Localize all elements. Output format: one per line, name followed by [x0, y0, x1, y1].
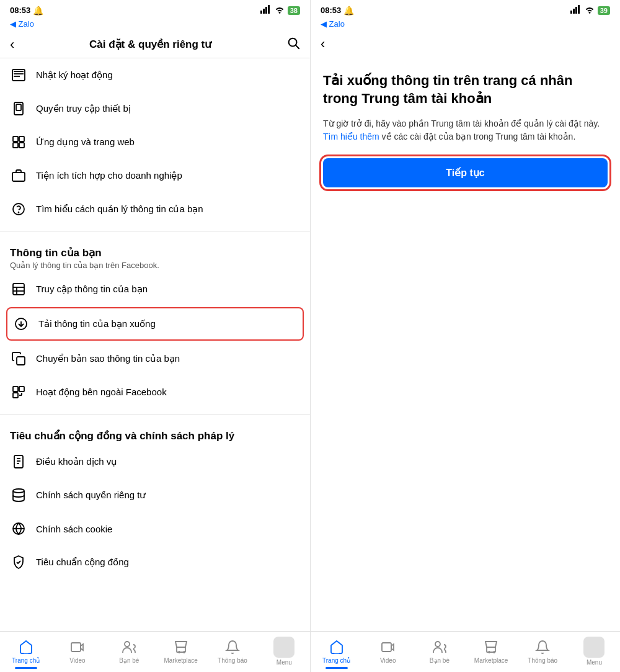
section-your-info-subtitle: Quản lý thông tin của bạn trên Facebook. [10, 261, 300, 270]
svg-rect-41 [570, 11, 572, 14]
nav-thong-bao-left[interactable]: Thông báo [206, 637, 258, 665]
menu-item-tieu-chuan[interactable]: Tiêu chuẩn cộng đồng [0, 545, 310, 579]
menu-label-chinh-sach-quyen: Chính sách quyền riêng tư [36, 490, 146, 501]
svg-rect-45 [382, 643, 391, 652]
bell-icon-left [224, 638, 241, 656]
svg-rect-36 [71, 643, 81, 652]
back-button-right[interactable]: ‹ [321, 36, 325, 52]
continue-button[interactable]: Tiếp tục [323, 158, 608, 187]
menu-item-tien-ich[interactable]: Tiện ích tích hợp cho doanh nghiệp [0, 159, 310, 192]
menu-label-hoat-dong: Hoạt động bên ngoài Facebook [36, 387, 167, 398]
svg-rect-13 [19, 137, 24, 141]
briefcase-icon [10, 167, 27, 184]
menu-label-ung-dung: Ứng dụng và trang web [36, 137, 135, 148]
header-left: ‹ Cài đặt & quyền riêng tư [0, 31, 310, 58]
db-icon [10, 486, 27, 504]
home-icon-left [17, 638, 35, 656]
svg-rect-3 [268, 5, 270, 14]
svg-rect-27 [13, 387, 18, 392]
active-indicator-right [326, 667, 348, 669]
nav-marketplace-right[interactable]: Marketplace [466, 637, 517, 665]
section-community-title: Tiêu chuẩn cộng đồng và chính sách pháp … [10, 429, 300, 442]
right-spacer [311, 358, 620, 632]
menu-item-chinh-sach-cookie[interactable]: Chính sách cookie [0, 512, 310, 545]
right-phone-panel: 08:53 🔔 39 ◀ Zalo ‹ Tải xuống thông tin … [310, 0, 620, 672]
modal-link[interactable]: Tìm hiểu thêm [323, 132, 379, 141]
menu-list-left: Nhật ký hoạt động Quyền truy cập thiết b… [0, 58, 310, 631]
download-icon [12, 315, 30, 333]
signal-icon-right [570, 5, 582, 16]
shield-icon [10, 553, 27, 571]
home-icon-right [328, 638, 345, 656]
zalo-back-left[interactable]: ◀ Zalo [10, 19, 34, 29]
svg-rect-1 [263, 9, 265, 14]
menu-label-truy-cap: Truy cập thông tin của bạn [36, 284, 148, 295]
svg-rect-26 [17, 357, 25, 365]
globe-icon [10, 520, 27, 537]
menu-label-tien-ich: Tiện ích tích hợp cho doanh nghiệp [36, 170, 182, 181]
svg-rect-30 [14, 455, 23, 468]
zalo-bar-left: ◀ Zalo [0, 18, 310, 31]
menu-item-nhat-ky[interactable]: Nhật ký hoạt động [0, 58, 310, 92]
zalo-bar-right: ◀ Zalo [311, 18, 620, 31]
menu-label-chuyen-ban-sao: Chuyển bản sao thông tin của bạn [36, 353, 180, 364]
status-icons-right: 39 [570, 5, 610, 16]
device-icon [10, 100, 27, 117]
nav-video-left[interactable]: Video [51, 637, 103, 665]
modal-body-part2: về các cài đặt của bạn trong Trung tâm t… [379, 132, 576, 141]
svg-point-34 [13, 489, 24, 493]
nav-label-trang-chu-left: Trang chủ [12, 657, 40, 664]
svg-rect-14 [13, 143, 18, 148]
menu-item-chinh-sach-quyen[interactable]: Chính sách quyền riêng tư [0, 478, 310, 512]
nav-menu-left[interactable]: Menu [259, 635, 310, 667]
nav-ban-be-right[interactable]: Bạn bè [414, 637, 465, 665]
menu-item-truy-cap[interactable]: Truy cập thông tin của bạn [0, 272, 310, 306]
menu-item-tai-thong-tin[interactable]: Tải thông tin của bạn xuống [6, 307, 304, 341]
svg-rect-0 [260, 11, 262, 14]
modal-body-part1: Từ giờ trở đi, hãy vào phần Trung tâm tà… [323, 119, 600, 128]
menu-item-tim-hieu[interactable]: Tìm hiểu cách quản lý thông tin của bạn [0, 192, 310, 226]
svg-rect-29 [13, 393, 18, 398]
question-icon [10, 200, 27, 218]
nav-menu-right[interactable]: Menu [569, 635, 620, 667]
svg-point-47 [435, 642, 440, 647]
nav-ban-be-left[interactable]: Bạn bè [104, 637, 155, 665]
friends-icon-left [120, 638, 138, 656]
bottom-nav-left: Trang chủ Video Bạn bè Marketplace [0, 631, 310, 672]
friends-icon-right [431, 638, 448, 656]
zalo-back-right[interactable]: ◀ Zalo [321, 19, 345, 29]
svg-rect-43 [575, 7, 577, 14]
nav-label-trang-chu-right: Trang chủ [322, 657, 350, 664]
section-community: Tiêu chuẩn cộng đồng và chính sách pháp … [0, 419, 310, 445]
svg-rect-11 [16, 104, 21, 110]
menu-item-dieu-khoan[interactable]: Điều khoản dịch vụ [0, 445, 310, 478]
nav-video-right[interactable]: Video [362, 637, 414, 665]
svg-rect-20 [13, 284, 24, 295]
nav-thong-bao-right[interactable]: Thông báo [517, 637, 569, 665]
nav-label-video-right: Video [380, 657, 396, 664]
menu-item-chuyen-ban-sao[interactable]: Chuyển bản sao thông tin của bạn [0, 342, 310, 375]
search-button-left[interactable] [286, 36, 300, 53]
svg-rect-44 [578, 5, 580, 14]
nav-label-thong-bao-left: Thông báo [218, 657, 247, 664]
nav-label-marketplace-right: Marketplace [474, 657, 508, 664]
header-title-left: Cài đặt & quyền riêng tư [89, 38, 211, 51]
section-your-info: Thông tin của bạn Quản lý thông tin của … [0, 236, 310, 272]
menu-item-hoat-dong[interactable]: Hoạt động bên ngoài Facebook [0, 375, 310, 409]
svg-rect-28 [19, 387, 24, 392]
bottom-nav-right: Trang chủ Video Bạn bè Marketplace [311, 631, 620, 672]
divider-2 [0, 414, 310, 414]
nav-marketplace-left[interactable]: Marketplace [155, 637, 206, 665]
status-bar-left: 08:53 🔔 38 [0, 0, 310, 18]
menu-item-quyen-truy-cap[interactable]: Quyền truy cập thiết bị [0, 92, 310, 125]
nav-label-ban-be-right: Bạn bè [430, 657, 450, 664]
mute-icon-right: 🔔 [343, 6, 354, 16]
nav-trang-chu-right[interactable]: Trang chủ [311, 637, 362, 665]
back-button-left[interactable]: ‹ [10, 37, 14, 53]
svg-marker-37 [81, 644, 83, 650]
nav-label-marketplace-left: Marketplace [164, 657, 197, 664]
menu-icon-left [273, 637, 294, 658]
app-icon [10, 133, 27, 151]
menu-item-ung-dung[interactable]: Ứng dụng và trang web [0, 125, 310, 159]
nav-trang-chu-left[interactable]: Trang chủ [0, 637, 51, 665]
